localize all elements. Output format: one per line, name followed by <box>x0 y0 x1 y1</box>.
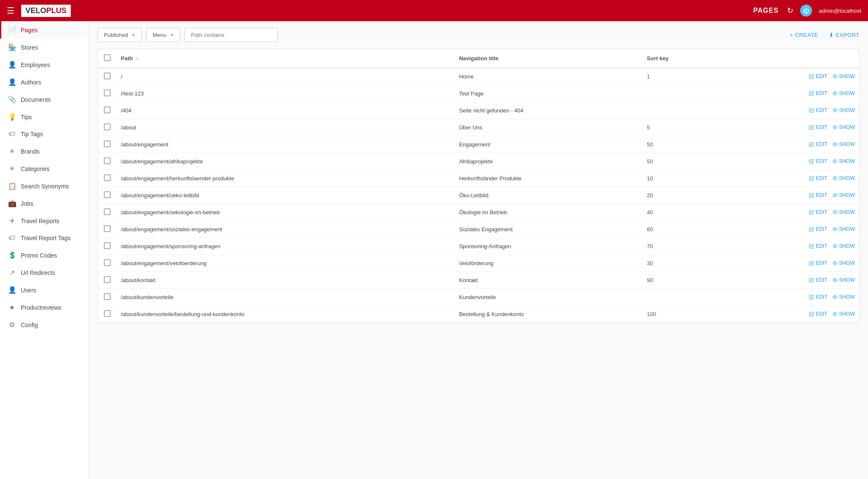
row-checkbox-cell[interactable] <box>98 306 117 323</box>
edit-button[interactable]: EDIT <box>809 107 827 113</box>
show-button[interactable]: SHOW <box>832 277 855 283</box>
show-button[interactable]: SHOW <box>832 209 855 215</box>
row-checkbox[interactable] <box>104 191 111 198</box>
row-checkbox-cell[interactable] <box>98 187 117 204</box>
edit-icon <box>809 294 814 300</box>
row-checkbox[interactable] <box>104 90 111 96</box>
sidebar-item-authors[interactable]: 👤 Authors <box>0 73 89 91</box>
row-checkbox-cell[interactable] <box>98 102 117 119</box>
edit-button[interactable]: EDIT <box>809 90 827 96</box>
row-checkbox-cell[interactable] <box>98 272 117 289</box>
sidebar-item-tip-tags[interactable]: 🏷 Tip Tags <box>0 126 89 143</box>
eye-icon <box>832 74 837 79</box>
edit-icon <box>809 125 814 130</box>
show-button[interactable]: SHOW <box>832 192 855 198</box>
row-checkbox-cell[interactable] <box>98 238 117 255</box>
row-checkbox[interactable] <box>104 140 111 147</box>
row-checkbox-cell[interactable] <box>98 255 117 272</box>
menu-filter-button[interactable]: Menu ▼ <box>146 28 180 42</box>
sidebar-item-stores[interactable]: 🏪 Stores <box>0 39 89 56</box>
categories-icon: ✳ <box>8 165 16 173</box>
create-button[interactable]: + CREATE <box>790 32 818 38</box>
row-checkbox-cell[interactable] <box>98 221 117 238</box>
edit-button[interactable]: EDIT <box>809 243 827 249</box>
select-all-checkbox-cell[interactable] <box>98 49 117 68</box>
row-checkbox[interactable] <box>104 123 111 130</box>
show-button[interactable]: SHOW <box>832 294 855 300</box>
sidebar-item-employees[interactable]: 👤 Employees <box>0 56 89 73</box>
edit-button[interactable]: EDIT <box>809 226 827 232</box>
show-button[interactable]: SHOW <box>832 73 855 79</box>
sidebar-item-config[interactable]: ⚙ Config <box>0 316 89 333</box>
show-button[interactable]: SHOW <box>832 107 855 113</box>
sort-key-header[interactable]: Sort key <box>643 49 720 68</box>
row-checkbox-cell[interactable] <box>98 136 117 153</box>
row-checkbox-cell[interactable] <box>98 153 117 170</box>
edit-button[interactable]: EDIT <box>809 311 827 317</box>
row-checkbox[interactable] <box>104 242 111 249</box>
edit-button[interactable]: EDIT <box>809 175 827 181</box>
row-checkbox-cell[interactable] <box>98 170 117 187</box>
show-button[interactable]: SHOW <box>832 175 855 181</box>
edit-button[interactable]: EDIT <box>809 158 827 164</box>
edit-button[interactable]: EDIT <box>809 192 827 198</box>
sidebar-item-pages[interactable]: 📄 Pages <box>0 21 89 39</box>
published-filter-button[interactable]: Published ▼ <box>97 28 142 42</box>
row-checkbox[interactable] <box>104 225 111 232</box>
sidebar-item-search-synonyms[interactable]: 📋 Search Synonyms <box>0 177 89 195</box>
svg-point-9 <box>834 228 835 230</box>
show-button[interactable]: SHOW <box>832 141 855 147</box>
select-all-checkbox[interactable] <box>104 54 111 61</box>
sidebar-item-travel-report-tags[interactable]: 🏷 Travel Report Tags <box>0 230 89 247</box>
row-checkbox[interactable] <box>104 73 111 79</box>
show-button[interactable]: SHOW <box>832 311 855 317</box>
navigation-title-header[interactable]: Navigation title <box>455 49 643 68</box>
path-contains-input[interactable] <box>184 28 278 42</box>
row-checkbox[interactable] <box>104 276 111 283</box>
sidebar-item-categories[interactable]: ✳ Categories <box>0 160 89 177</box>
documents-icon: 📎 <box>8 95 16 104</box>
row-checkbox-cell[interactable] <box>98 85 117 102</box>
sidebar-label-travel-reports: Travel Reports <box>21 218 59 224</box>
sidebar-item-url-redirects[interactable]: ↗ Url Redirects <box>0 264 89 281</box>
hamburger-icon[interactable]: ☰ <box>7 6 14 16</box>
sidebar-item-users[interactable]: 👤 Users <box>0 281 89 299</box>
row-checkbox[interactable] <box>104 157 111 164</box>
sidebar-item-productreviews[interactable]: ★ Productreviews <box>0 299 89 316</box>
sidebar-item-documents[interactable]: 📎 Documents <box>0 91 89 108</box>
refresh-icon[interactable]: ↻ <box>787 6 793 15</box>
row-checkbox[interactable] <box>104 259 111 266</box>
edit-button[interactable]: EDIT <box>809 141 827 147</box>
export-button[interactable]: ⬇ EXPORT <box>829 32 860 38</box>
row-checkbox[interactable] <box>104 208 111 215</box>
show-button[interactable]: SHOW <box>832 243 855 249</box>
edit-button[interactable]: EDIT <box>809 209 827 215</box>
edit-button[interactable]: EDIT <box>809 124 827 130</box>
show-button[interactable]: SHOW <box>832 158 855 164</box>
show-button[interactable]: SHOW <box>832 90 855 96</box>
edit-button[interactable]: EDIT <box>809 73 827 79</box>
row-path: /about/engagement/sponsoring-anfragen <box>117 238 455 255</box>
edit-button[interactable]: EDIT <box>809 294 827 300</box>
edit-button[interactable]: EDIT <box>809 277 827 283</box>
row-checkbox[interactable] <box>104 293 111 300</box>
show-button[interactable]: SHOW <box>832 260 855 266</box>
row-checkbox[interactable] <box>104 174 111 181</box>
sidebar-item-promo-codes[interactable]: 💲 Promo Codes <box>0 247 89 264</box>
sidebar-item-brands[interactable]: ✳ Brands <box>0 143 89 160</box>
power-icon[interactable]: ⏻ <box>800 5 812 17</box>
sidebar-item-tips[interactable]: 💡 Tips <box>0 108 89 126</box>
row-checkbox-cell[interactable] <box>98 204 117 221</box>
sidebar-item-jobs[interactable]: 💼 Jobs <box>0 195 89 212</box>
row-checkbox-cell[interactable] <box>98 289 117 306</box>
sidebar-item-travel-reports[interactable]: ✈ Travel Reports <box>0 212 89 230</box>
show-button[interactable]: SHOW <box>832 124 855 130</box>
path-header[interactable]: Path ↑ <box>117 49 455 68</box>
row-checkbox-cell[interactable] <box>98 119 117 136</box>
row-checkbox-cell[interactable] <box>98 68 117 85</box>
show-button[interactable]: SHOW <box>832 226 855 232</box>
search-synonyms-icon: 📋 <box>8 182 16 190</box>
row-checkbox[interactable] <box>104 310 111 317</box>
edit-button[interactable]: EDIT <box>809 260 827 266</box>
row-checkbox[interactable] <box>104 106 111 113</box>
